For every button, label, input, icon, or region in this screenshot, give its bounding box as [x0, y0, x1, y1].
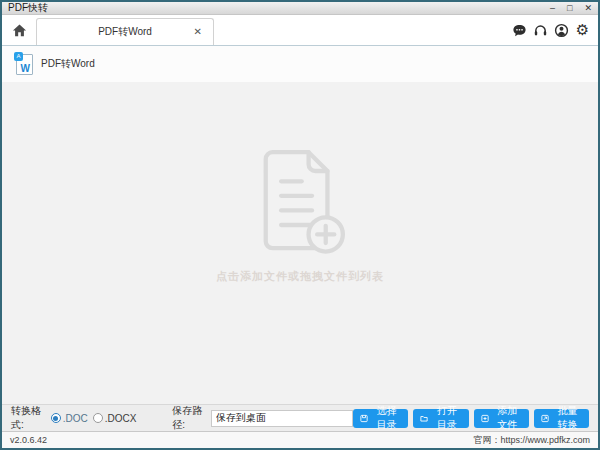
page-title: PDF转Word — [41, 57, 95, 71]
file-drop-area[interactable]: 点击添加文件或拖拽文件到列表 — [2, 82, 598, 404]
add-file-icon — [481, 413, 489, 424]
save-path-input[interactable] — [211, 410, 353, 427]
save-icon — [360, 413, 368, 424]
format-option-doc[interactable]: .DOC — [51, 413, 88, 424]
save-path-label: 保存路径: — [172, 404, 207, 432]
format-label: 转换格式: — [11, 404, 46, 432]
tab-label: PDF转Word — [98, 25, 152, 39]
drop-hint-text: 点击添加文件或拖拽文件到列表 — [216, 269, 384, 284]
radio-docx[interactable] — [93, 413, 103, 423]
batch-convert-button[interactable]: 批量转换 — [534, 409, 589, 428]
format-option-docx[interactable]: .DOCX — [93, 413, 137, 424]
headset-icon[interactable] — [533, 23, 548, 38]
radio-doc-label: .DOC — [63, 413, 88, 424]
tab-bar: PDF转Word ✕ — [2, 15, 598, 46]
add-file-label: 添加文件 — [493, 404, 522, 432]
maximize-icon[interactable]: □ — [567, 4, 572, 13]
website-link[interactable]: 官网：https://www.pdfkz.com — [473, 434, 590, 447]
content-header: A W PDF转Word — [2, 46, 598, 82]
batch-convert-label: 批量转换 — [553, 404, 582, 432]
tab-close-icon[interactable]: ✕ — [194, 27, 202, 37]
app-window: PDF快转 – □ ✕ PDF转Word ✕ — [0, 0, 600, 450]
titlebar-tray: ⚙ — [512, 23, 590, 38]
close-icon[interactable]: ✕ — [584, 4, 592, 13]
word-letter: W — [21, 64, 30, 74]
open-directory-button[interactable]: 打开目录 — [413, 409, 468, 428]
version-text: v2.0.6.42 — [10, 435, 47, 445]
choose-directory-button[interactable]: 选择目录 — [353, 409, 408, 428]
app-title: PDF快转 — [8, 1, 48, 15]
action-buttons: 选择目录 打开目录 添加文件 — [353, 409, 589, 428]
message-icon[interactable] — [512, 23, 527, 38]
folder-icon — [420, 413, 428, 424]
home-icon[interactable] — [12, 23, 27, 38]
pdf-to-word-file-icon: A W — [16, 54, 33, 75]
gear-icon[interactable]: ⚙ — [575, 23, 590, 38]
add-document-icon — [252, 146, 348, 256]
status-bar: v2.0.6.42 官网：https://www.pdfkz.com — [2, 431, 598, 448]
choose-directory-label: 选择目录 — [372, 404, 401, 432]
open-directory-label: 打开目录 — [432, 404, 461, 432]
tab-pdf-to-word[interactable]: PDF转Word ✕ — [36, 18, 214, 45]
radio-docx-label: .DOCX — [105, 413, 137, 424]
convert-icon — [541, 413, 549, 424]
window-controls: – □ ✕ — [550, 4, 592, 13]
radio-doc[interactable] — [51, 413, 61, 423]
pdf-badge-icon: A — [14, 52, 23, 61]
minimize-icon[interactable]: – — [550, 4, 555, 13]
user-icon[interactable] — [554, 23, 569, 38]
bottom-toolbar: 转换格式: .DOC .DOCX 保存路径: 选择目录 — [2, 404, 598, 431]
add-file-button[interactable]: 添加文件 — [474, 409, 529, 428]
title-bar: PDF快转 – □ ✕ — [2, 2, 598, 15]
